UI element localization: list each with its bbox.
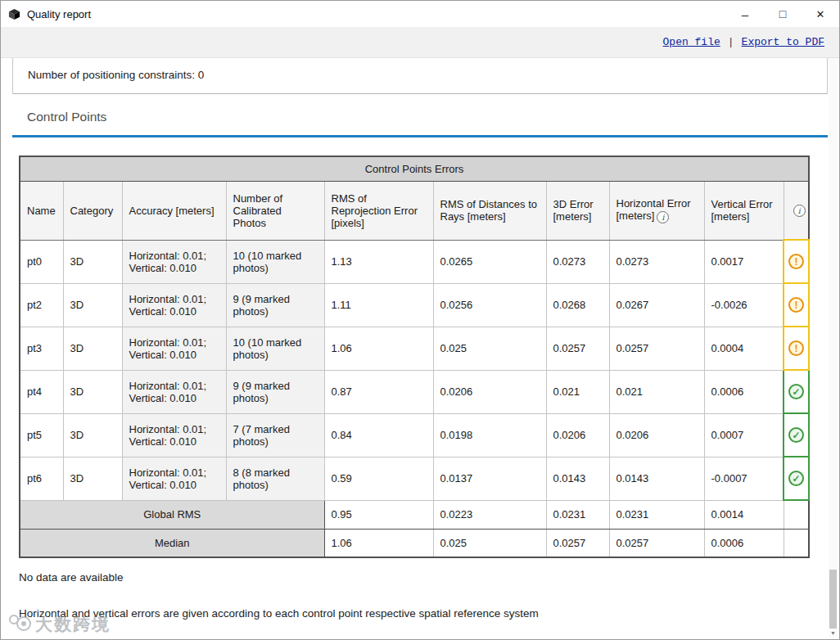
footnote-text: Horizontal and vertical errors are given… (19, 607, 828, 620)
cell-vertical-error: 0.0004 (704, 327, 784, 370)
horizontal-error-label: Horizontal Error [meters] (616, 197, 691, 222)
cell-horizontal-error: 0.0206 (609, 413, 704, 457)
window-controls: – □ ✕ (726, 1, 839, 27)
footer-rms-reprojection: 0.95 (324, 500, 433, 529)
cell-name: pt0 (20, 240, 63, 283)
cell-photos: 10 (10 marked photos) (226, 240, 324, 283)
cell-rms-distances: 0.0206 (433, 370, 546, 413)
info-icon[interactable]: i (657, 211, 669, 223)
cell-horizontal-error: 0.0267 (609, 283, 704, 327)
warning-icon: ! (788, 340, 804, 356)
cell-category: 3D (63, 413, 122, 457)
cell-photos: 10 (10 marked photos) (226, 327, 324, 370)
footer-horizontal-error: 0.0257 (609, 529, 704, 557)
scroll-down-arrow-icon[interactable]: ▼ (829, 628, 838, 638)
cell-category: 3D (63, 283, 122, 327)
cell-photos: 8 (8 marked photos) (226, 457, 324, 500)
col-header-rms-distances: RMS of Distances to Rays [meters] (433, 181, 546, 240)
cell-horizontal-error: 0.021 (609, 370, 704, 413)
cell-rms-reprojection: 0.59 (324, 457, 433, 500)
cell-3d-error: 0.0206 (546, 413, 609, 457)
cell-rms-reprojection: 1.13 (324, 240, 433, 283)
cell-horizontal-error: 0.0143 (609, 457, 704, 500)
cell-accuracy: Horizontal: 0.01; Vertical: 0.010 (122, 413, 226, 457)
cell-horizontal-error: 0.0273 (609, 240, 704, 283)
table-title-row: Control Points Errors (20, 156, 809, 181)
cell-vertical-error: 0.0006 (704, 370, 784, 413)
table-row: pt4 3D Horizontal: 0.01; Vertical: 0.010… (20, 370, 809, 413)
cell-photos: 7 (7 marked photos) (226, 413, 324, 457)
footer-rms-distances: 0.0223 (433, 500, 546, 529)
minimize-icon: – (742, 7, 748, 21)
info-icon[interactable]: i (793, 205, 806, 217)
section-title: Control Points (12, 110, 828, 137)
footer-vertical-error: 0.0014 (704, 500, 784, 529)
cell-name: pt5 (20, 413, 63, 457)
col-header-horizontal-error: Horizontal Error [meters]i (609, 181, 704, 240)
scrollbar-thumb[interactable] (829, 570, 837, 629)
window-title: Quality report (27, 8, 91, 20)
vertical-scrollbar[interactable]: ▼ (829, 58, 838, 638)
status-cell: ✓ (784, 413, 809, 457)
open-file-link[interactable]: Open file (663, 36, 720, 48)
cell-rms-reprojection: 0.87 (324, 370, 433, 413)
titlebar: Quality report – □ ✕ (1, 1, 839, 27)
linkbar: Open file | Export to PDF (1, 27, 839, 58)
status-cell: ! (784, 327, 809, 370)
no-data-text: No data are available (19, 571, 828, 584)
footer-3d-error: 0.0257 (546, 529, 609, 557)
cell-vertical-error: 0.0007 (704, 413, 784, 457)
cell-rms-reprojection: 0.84 (324, 413, 433, 457)
cell-name: pt4 (20, 370, 63, 413)
cell-vertical-error: 0.0017 (704, 240, 784, 283)
close-button[interactable]: ✕ (802, 1, 839, 27)
cell-vertical-error: -0.0026 (704, 283, 784, 327)
check-icon: ✓ (788, 384, 804, 399)
footer-vertical-error: 0.0006 (704, 529, 784, 557)
cell-category: 3D (63, 457, 122, 500)
status-cell: ✓ (784, 457, 809, 500)
table-title: Control Points Errors (20, 156, 809, 181)
cell-3d-error: 0.021 (546, 370, 609, 413)
table-row: pt5 3D Horizontal: 0.01; Vertical: 0.010… (20, 413, 809, 457)
cell-3d-error: 0.0257 (546, 327, 609, 370)
section-title-text: Control Points (27, 110, 106, 124)
cell-rms-distances: 0.025 (433, 327, 546, 370)
cell-name: pt3 (20, 327, 63, 370)
minimize-button[interactable]: – (726, 1, 764, 27)
footer-3d-error: 0.0231 (546, 500, 609, 529)
col-header-category: Category (63, 181, 122, 240)
cell-accuracy: Horizontal: 0.01; Vertical: 0.010 (122, 457, 226, 500)
export-pdf-link[interactable]: Export to PDF (742, 36, 824, 48)
check-icon: ✓ (788, 471, 804, 486)
cell-accuracy: Horizontal: 0.01; Vertical: 0.010 (122, 283, 226, 327)
footer-rms-reprojection: 1.06 (324, 529, 433, 557)
col-header-rms-reprojection: RMS of Reprojection Error [pixels] (324, 181, 433, 240)
status-cell: ! (784, 240, 809, 283)
footer-rms-distances: 0.025 (433, 529, 546, 557)
warning-icon: ! (788, 254, 804, 269)
table-row: pt6 3D Horizontal: 0.01; Vertical: 0.010… (20, 457, 809, 500)
status-cell: ! (784, 283, 809, 327)
col-header-name: Name (20, 181, 63, 240)
cell-3d-error: 0.0268 (546, 283, 609, 327)
cell-accuracy: Horizontal: 0.01; Vertical: 0.010 (122, 370, 226, 413)
cell-rms-distances: 0.0198 (433, 413, 546, 457)
cell-rms-reprojection: 1.11 (324, 283, 433, 327)
positioning-constraints-section: Number of positioning constraints: 0 (12, 58, 828, 94)
footer-label: Median (20, 529, 324, 557)
footer-status-empty (784, 500, 809, 529)
footer-status-empty (784, 529, 809, 557)
maximize-icon: □ (779, 7, 786, 20)
cell-category: 3D (63, 327, 122, 370)
cell-3d-error: 0.0143 (546, 457, 609, 500)
cell-rms-distances: 0.0265 (433, 240, 546, 283)
cell-photos: 9 (9 marked photos) (226, 370, 324, 413)
cell-horizontal-error: 0.0257 (609, 327, 704, 370)
cell-rms-distances: 0.0256 (433, 283, 546, 327)
close-icon: ✕ (816, 8, 825, 20)
footer-label: Global RMS (20, 500, 324, 529)
footer-row-global-rms: Global RMS 0.95 0.0223 0.0231 0.0231 0.0… (20, 500, 809, 529)
footer-horizontal-error: 0.0231 (609, 500, 704, 529)
maximize-button[interactable]: □ (764, 1, 802, 27)
